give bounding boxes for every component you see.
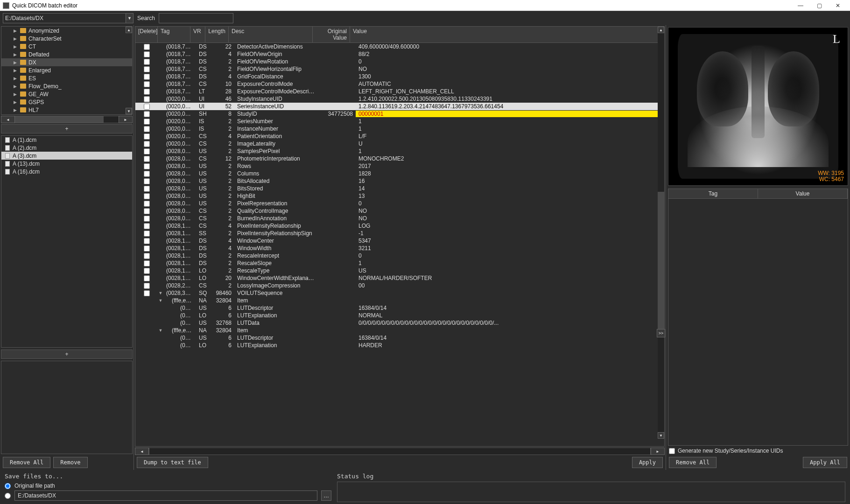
value-cell[interactable]: 16: [356, 178, 664, 184]
tag-row[interactable]: (0020,0010)SH8StudyID3477250800000001: [135, 110, 664, 118]
tag-row[interactable]: (0028,1050)DS4WindowCenter5347: [135, 237, 664, 245]
tag-row[interactable]: (0018,7030)DS4FieldOfViewOrigin88/2: [135, 50, 664, 58]
delete-checkbox[interactable]: [144, 119, 150, 125]
expander-icon[interactable]: ▶: [14, 36, 18, 41]
tag-row[interactable]: (0028,30...US32768LUTData0/0/0/0/0/0/0/0…: [135, 319, 664, 327]
delete-checkbox[interactable]: [144, 268, 150, 274]
header-length[interactable]: Length: [205, 27, 229, 42]
close-button[interactable]: ✕: [829, 0, 847, 11]
tag-row[interactable]: (0028,30...US6LUTDescriptor16384/0/14: [135, 304, 664, 312]
delete-checkbox[interactable]: [144, 171, 150, 177]
delete-checkbox[interactable]: [144, 141, 150, 147]
apply-all-button[interactable]: Apply All: [803, 457, 847, 468]
delete-checkbox[interactable]: [144, 163, 150, 169]
expand-panel-button[interactable]: >>: [657, 329, 665, 337]
delete-checkbox[interactable]: [144, 111, 150, 117]
value-cell[interactable]: 0/0/0/0/0/0/0/0/0/0/0/0/0/0/0/0/0/0/0/0/…: [356, 320, 664, 326]
expander-icon[interactable]: ▶: [14, 108, 18, 112]
delete-checkbox[interactable]: [144, 245, 150, 252]
minimize-button[interactable]: —: [791, 0, 810, 11]
tag-row[interactable]: (0028,0101)US2BitsStored14: [135, 185, 664, 192]
expander-icon[interactable]: ▼: [158, 291, 163, 295]
expander-icon[interactable]: ▶: [14, 76, 18, 81]
delete-checkbox[interactable]: [144, 208, 150, 214]
delete-checkbox[interactable]: [144, 275, 150, 281]
expander-icon[interactable]: ▶: [14, 84, 18, 89]
file-item[interactable]: A (13).dcm: [1, 160, 132, 168]
tree-item[interactable]: ▶DX: [1, 58, 132, 66]
header-delete[interactable]: [Delete]: [135, 27, 158, 42]
tag-row[interactable]: ▼(0028,3010)SQ98460VOILUTSequence: [135, 289, 664, 297]
tag-row[interactable]: (0018,704c)DS4GridFocalDistance1300: [135, 73, 664, 80]
value-cell[interactable]: 1: [356, 260, 664, 266]
expander-icon[interactable]: ▶: [14, 68, 18, 73]
delete-checkbox[interactable]: [144, 283, 150, 289]
tag-row[interactable]: (0020,000d)UI46StudyInstanceUID1.2.410.2…: [135, 95, 664, 103]
value-cell[interactable]: 14: [356, 185, 664, 192]
value-cell[interactable]: LEFT_RIGHT_ION_CHAMBER_CELL: [356, 88, 664, 95]
add-file-button[interactable]: +: [1, 350, 133, 359]
delete-checkbox[interactable]: [144, 178, 150, 184]
generate-uid-checkbox[interactable]: [669, 448, 675, 454]
value-cell[interactable]: 0: [356, 200, 664, 207]
path-input[interactable]: [3, 13, 126, 23]
save-original-radio[interactable]: [5, 483, 11, 489]
expander-icon[interactable]: ▶: [14, 28, 18, 33]
tree-item[interactable]: ▶Deflated: [1, 50, 132, 58]
value-cell[interactable]: 16384/0/14: [356, 335, 664, 341]
tree-item[interactable]: ▶Enlarged: [1, 66, 132, 74]
kv-header-value[interactable]: Value: [758, 189, 848, 198]
tag-row[interactable]: (0028,1055)LO20WindowCenterWidthExplanat…: [135, 274, 664, 282]
delete-checkbox[interactable]: [144, 96, 150, 102]
value-cell[interactable]: 1: [356, 126, 664, 132]
tree-scroll-down-icon[interactable]: ▼: [126, 108, 132, 114]
tag-row[interactable]: (0028,0102)US2HighBit13: [135, 192, 664, 200]
tag-row[interactable]: (0028,0301)CS2BurnedInAnnotationNO: [135, 215, 664, 222]
add-folder-button[interactable]: +: [1, 124, 133, 133]
tag-row[interactable]: (0020,0011)IS2SeriesNumber1: [135, 118, 664, 125]
value-cell[interactable]: 1828: [356, 170, 664, 177]
value-cell[interactable]: 00: [356, 282, 664, 289]
delete-checkbox[interactable]: [144, 126, 150, 132]
value-cell[interactable]: 409.600000/409.600000: [356, 43, 664, 50]
expander-icon[interactable]: ▶: [14, 60, 18, 65]
value-cell[interactable]: U: [356, 140, 664, 147]
tree-item[interactable]: ▶GE_AW: [1, 90, 132, 98]
value-cell[interactable]: 2017: [356, 163, 664, 169]
delete-checkbox[interactable]: [144, 193, 150, 199]
value-cell[interactable]: 0: [356, 252, 664, 259]
tag-row[interactable]: (0018,7032)DS2FieldOfViewRotation0: [135, 58, 664, 65]
override-table[interactable]: Tag Value: [668, 189, 848, 446]
value-cell[interactable]: 1300: [356, 73, 664, 80]
value-cell[interactable]: NO: [356, 66, 664, 72]
tag-row[interactable]: (0028,0002)US2SamplesPerPixel1: [135, 147, 664, 155]
header-original[interactable]: Original Value: [313, 27, 350, 42]
tag-hscrollbar[interactable]: ◀ ▶: [135, 448, 665, 455]
tag-row[interactable]: (0028,30...LO6LUTExplanationNORMAL: [135, 312, 664, 319]
delete-checkbox[interactable]: [144, 156, 150, 162]
delete-checkbox[interactable]: [144, 290, 150, 296]
expander-icon[interactable]: ▼: [158, 298, 163, 303]
expander-icon[interactable]: ▶: [14, 92, 18, 97]
value-cell[interactable]: 0: [356, 58, 664, 65]
tag-row[interactable]: (0018,7062)LT28ExposureControlModeDescri…: [135, 88, 664, 95]
scroll-thumb[interactable]: [658, 192, 664, 332]
scroll-right-icon[interactable]: ▶: [119, 116, 133, 123]
tag-row[interactable]: (0018,7034)CS2FieldOfViewHorizontalFlipN…: [135, 65, 664, 73]
tag-row[interactable]: (0028,1054)LO2RescaleTypeUS: [135, 267, 664, 274]
delete-checkbox[interactable]: [144, 81, 150, 87]
search-input[interactable]: [159, 13, 233, 23]
delete-checkbox[interactable]: [144, 89, 150, 95]
save-path-input[interactable]: [14, 490, 317, 501]
remove-all-button[interactable]: Remove All: [3, 457, 50, 468]
secondary-list[interactable]: [1, 361, 133, 454]
tree-item[interactable]: ▶CT: [1, 42, 132, 50]
apply-button[interactable]: Apply: [632, 457, 663, 468]
tag-row[interactable]: (0028,1041)SS2PixelIntensityRelationship…: [135, 230, 664, 237]
delete-checkbox[interactable]: [144, 74, 150, 80]
delete-checkbox[interactable]: [144, 238, 150, 244]
tag-row[interactable]: (0028,1051)DS4WindowWidth3211: [135, 245, 664, 252]
value-cell[interactable]: 5347: [356, 238, 664, 244]
folder-tree[interactable]: ▲ ▶Anonymized▶CharacterSet▶CT▶Deflated▶D…: [1, 26, 133, 115]
value-cell[interactable]: AUTOMATIC: [356, 81, 664, 87]
